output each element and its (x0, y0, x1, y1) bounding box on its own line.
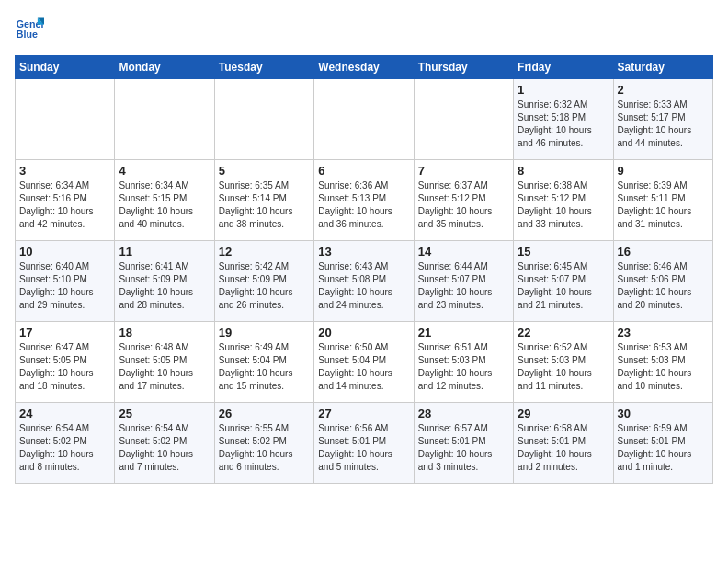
day-number: 8 (518, 164, 609, 178)
day-number: 12 (219, 245, 310, 259)
day-cell: 20Sunrise: 6:50 AM Sunset: 5:04 PM Dayli… (314, 322, 414, 403)
day-info: Sunrise: 6:41 AM Sunset: 5:09 PM Dayligh… (119, 260, 210, 312)
day-info: Sunrise: 6:54 AM Sunset: 5:02 PM Dayligh… (19, 422, 110, 474)
day-cell (314, 79, 414, 160)
day-cell: 5Sunrise: 6:35 AM Sunset: 5:14 PM Daylig… (214, 160, 313, 241)
day-number: 16 (618, 245, 709, 259)
week-row-3: 10Sunrise: 6:40 AM Sunset: 5:10 PM Dayli… (16, 241, 713, 322)
day-cell (16, 79, 115, 160)
col-header-thursday: Thursday (414, 56, 513, 79)
day-number: 21 (418, 326, 509, 339)
day-info: Sunrise: 6:54 AM Sunset: 5:02 PM Dayligh… (119, 422, 210, 474)
day-info: Sunrise: 6:46 AM Sunset: 5:06 PM Dayligh… (618, 260, 709, 312)
day-info: Sunrise: 6:40 AM Sunset: 5:10 PM Dayligh… (19, 260, 110, 312)
day-number: 23 (618, 326, 709, 339)
day-cell: 18Sunrise: 6:48 AM Sunset: 5:05 PM Dayli… (115, 322, 214, 403)
day-number: 20 (318, 326, 409, 339)
day-cell: 22Sunrise: 6:52 AM Sunset: 5:03 PM Dayli… (514, 322, 613, 403)
day-number: 19 (219, 326, 310, 339)
day-info: Sunrise: 6:48 AM Sunset: 5:05 PM Dayligh… (119, 341, 210, 393)
day-number: 2 (618, 83, 709, 97)
day-cell: 25Sunrise: 6:54 AM Sunset: 5:02 PM Dayli… (115, 403, 214, 484)
day-number: 3 (19, 164, 110, 178)
day-cell: 16Sunrise: 6:46 AM Sunset: 5:06 PM Dayli… (613, 241, 712, 322)
day-info: Sunrise: 6:35 AM Sunset: 5:14 PM Dayligh… (219, 179, 310, 231)
day-number: 26 (219, 407, 310, 420)
day-cell: 11Sunrise: 6:41 AM Sunset: 5:09 PM Dayli… (115, 241, 214, 322)
day-cell: 4Sunrise: 6:34 AM Sunset: 5:15 PM Daylig… (115, 160, 214, 241)
day-info: Sunrise: 6:53 AM Sunset: 5:03 PM Dayligh… (618, 341, 709, 393)
day-number: 17 (19, 326, 110, 339)
day-number: 14 (418, 245, 509, 259)
day-cell: 10Sunrise: 6:40 AM Sunset: 5:10 PM Dayli… (16, 241, 115, 322)
day-info: Sunrise: 6:51 AM Sunset: 5:03 PM Dayligh… (418, 341, 509, 393)
day-info: Sunrise: 6:34 AM Sunset: 5:16 PM Dayligh… (19, 179, 110, 231)
svg-text:Blue: Blue (17, 29, 38, 40)
day-cell: 29Sunrise: 6:58 AM Sunset: 5:01 PM Dayli… (514, 403, 613, 484)
day-cell: 21Sunrise: 6:51 AM Sunset: 5:03 PM Dayli… (414, 322, 513, 403)
day-cell (115, 79, 214, 160)
day-cell: 6Sunrise: 6:36 AM Sunset: 5:13 PM Daylig… (314, 160, 414, 241)
day-number: 11 (119, 245, 210, 259)
day-cell: 2Sunrise: 6:33 AM Sunset: 5:17 PM Daylig… (613, 79, 712, 160)
header: General Blue (15, 15, 713, 44)
day-cell: 1Sunrise: 6:32 AM Sunset: 5:18 PM Daylig… (514, 79, 613, 160)
col-header-tuesday: Tuesday (214, 56, 313, 79)
day-info: Sunrise: 6:32 AM Sunset: 5:18 PM Dayligh… (518, 98, 609, 150)
day-info: Sunrise: 6:33 AM Sunset: 5:17 PM Dayligh… (618, 98, 709, 150)
day-number: 15 (518, 245, 609, 259)
day-number: 6 (318, 164, 409, 178)
day-info: Sunrise: 6:45 AM Sunset: 5:07 PM Dayligh… (518, 260, 609, 312)
day-info: Sunrise: 6:39 AM Sunset: 5:11 PM Dayligh… (618, 179, 709, 231)
day-info: Sunrise: 6:57 AM Sunset: 5:01 PM Dayligh… (418, 422, 509, 474)
day-info: Sunrise: 6:52 AM Sunset: 5:03 PM Dayligh… (518, 341, 609, 393)
day-number: 1 (518, 83, 609, 97)
day-cell: 27Sunrise: 6:56 AM Sunset: 5:01 PM Dayli… (314, 403, 414, 484)
day-cell (214, 79, 313, 160)
col-header-monday: Monday (115, 56, 214, 79)
day-cell: 30Sunrise: 6:59 AM Sunset: 5:01 PM Dayli… (613, 403, 712, 484)
day-cell: 13Sunrise: 6:43 AM Sunset: 5:08 PM Dayli… (314, 241, 414, 322)
day-info: Sunrise: 6:59 AM Sunset: 5:01 PM Dayligh… (618, 422, 709, 474)
day-cell: 26Sunrise: 6:55 AM Sunset: 5:02 PM Dayli… (214, 403, 313, 484)
day-info: Sunrise: 6:50 AM Sunset: 5:04 PM Dayligh… (318, 341, 409, 393)
day-info: Sunrise: 6:58 AM Sunset: 5:01 PM Dayligh… (518, 422, 609, 474)
day-number: 29 (518, 407, 609, 420)
day-cell: 24Sunrise: 6:54 AM Sunset: 5:02 PM Dayli… (16, 403, 115, 484)
week-row-5: 24Sunrise: 6:54 AM Sunset: 5:02 PM Dayli… (16, 403, 713, 484)
day-number: 18 (119, 326, 210, 339)
day-info: Sunrise: 6:37 AM Sunset: 5:12 PM Dayligh… (418, 179, 509, 231)
day-number: 10 (19, 245, 110, 259)
col-header-friday: Friday (514, 56, 613, 79)
day-info: Sunrise: 6:47 AM Sunset: 5:05 PM Dayligh… (19, 341, 110, 393)
day-number: 7 (418, 164, 509, 178)
day-cell: 12Sunrise: 6:42 AM Sunset: 5:09 PM Dayli… (214, 241, 313, 322)
day-number: 13 (318, 245, 409, 259)
calendar-table: SundayMondayTuesdayWednesdayThursdayFrid… (15, 55, 713, 484)
day-number: 9 (618, 164, 709, 178)
day-cell: 8Sunrise: 6:38 AM Sunset: 5:12 PM Daylig… (514, 160, 613, 241)
logo-icon: General Blue (15, 15, 44, 44)
day-info: Sunrise: 6:49 AM Sunset: 5:04 PM Dayligh… (219, 341, 310, 393)
day-number: 22 (518, 326, 609, 339)
day-cell: 15Sunrise: 6:45 AM Sunset: 5:07 PM Dayli… (514, 241, 613, 322)
week-row-2: 3Sunrise: 6:34 AM Sunset: 5:16 PM Daylig… (16, 160, 713, 241)
day-info: Sunrise: 6:43 AM Sunset: 5:08 PM Dayligh… (318, 260, 409, 312)
day-info: Sunrise: 6:44 AM Sunset: 5:07 PM Dayligh… (418, 260, 509, 312)
day-cell (414, 79, 513, 160)
day-number: 27 (318, 407, 409, 420)
day-info: Sunrise: 6:36 AM Sunset: 5:13 PM Dayligh… (318, 179, 409, 231)
day-number: 4 (119, 164, 210, 178)
day-number: 30 (618, 407, 709, 420)
col-header-saturday: Saturday (613, 56, 712, 79)
day-info: Sunrise: 6:56 AM Sunset: 5:01 PM Dayligh… (318, 422, 409, 474)
logo: General Blue (15, 15, 48, 44)
day-number: 28 (418, 407, 509, 420)
day-cell: 3Sunrise: 6:34 AM Sunset: 5:16 PM Daylig… (16, 160, 115, 241)
day-cell: 19Sunrise: 6:49 AM Sunset: 5:04 PM Dayli… (214, 322, 313, 403)
day-number: 25 (119, 407, 210, 420)
day-cell: 17Sunrise: 6:47 AM Sunset: 5:05 PM Dayli… (16, 322, 115, 403)
week-row-1: 1Sunrise: 6:32 AM Sunset: 5:18 PM Daylig… (16, 79, 713, 160)
day-info: Sunrise: 6:55 AM Sunset: 5:02 PM Dayligh… (219, 422, 310, 474)
day-cell: 14Sunrise: 6:44 AM Sunset: 5:07 PM Dayli… (414, 241, 513, 322)
